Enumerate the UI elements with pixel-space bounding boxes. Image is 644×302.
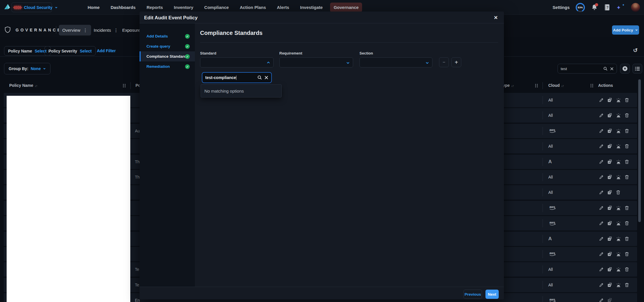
wizard-step[interactable]: Compliance Standards: [140, 51, 195, 61]
delete-icon[interactable]: [624, 144, 629, 149]
download-button[interactable]: [620, 64, 630, 74]
add-policy-button[interactable]: Add Policy: [612, 25, 639, 35]
vertical-scrollbar[interactable]: [638, 79, 641, 222]
edit-icon[interactable]: [599, 221, 604, 226]
delete-icon[interactable]: [624, 128, 629, 134]
alarm-icon[interactable]: [616, 252, 621, 257]
edit-icon[interactable]: [599, 159, 604, 164]
clone-add-icon[interactable]: [607, 190, 613, 195]
delete-icon[interactable]: [624, 236, 629, 241]
clone-add-icon[interactable]: [607, 175, 613, 180]
delete-icon[interactable]: [624, 267, 629, 272]
table-search-input[interactable]: test: [558, 64, 617, 74]
alarm-icon[interactable]: [616, 113, 621, 118]
sort-icon[interactable]: [35, 84, 37, 87]
clone-add-icon[interactable]: [607, 236, 613, 241]
edit-icon[interactable]: [599, 298, 604, 302]
section-select[interactable]: [359, 57, 432, 67]
clear-search-icon[interactable]: [264, 76, 268, 80]
clone-add-icon[interactable]: [607, 267, 613, 272]
tab-overview[interactable]: Overview: [59, 25, 91, 35]
delete-icon[interactable]: [624, 175, 629, 180]
alarm-icon[interactable]: [616, 236, 621, 241]
nav-item[interactable]: Compliance: [201, 3, 232, 12]
alarm-icon[interactable]: [616, 97, 621, 103]
edit-icon[interactable]: [599, 144, 604, 149]
standard-select[interactable]: [200, 57, 274, 67]
nav-item[interactable]: Governance: [330, 3, 362, 12]
delete-icon[interactable]: [624, 205, 629, 211]
column-policy-name[interactable]: Policy Name: [9, 83, 37, 88]
delete-icon[interactable]: [624, 282, 629, 288]
wizard-step[interactable]: Add Details: [140, 31, 195, 41]
column-cloud[interactable]: Cloud: [548, 83, 564, 88]
requirement-select[interactable]: [279, 57, 353, 67]
delete-icon[interactable]: [616, 190, 621, 195]
nav-item[interactable]: Alerts: [273, 3, 293, 12]
drag-handle-icon[interactable]: [535, 84, 538, 88]
standard-search-input[interactable]: test-compliance: [202, 72, 272, 83]
edit-icon[interactable]: [599, 205, 604, 211]
edit-icon[interactable]: [599, 282, 604, 288]
delete-icon[interactable]: [624, 221, 629, 226]
wizard-step[interactable]: Create query: [140, 41, 195, 51]
search-icon[interactable]: [603, 67, 608, 71]
add-filter-link[interactable]: Add Filter: [97, 48, 116, 53]
alarm-icon[interactable]: [616, 221, 621, 226]
group-by-control[interactable]: Group By: None: [4, 63, 50, 74]
edit-icon[interactable]: [599, 175, 604, 180]
clone-add-icon[interactable]: [607, 282, 613, 288]
clone-add-icon[interactable]: [607, 113, 613, 118]
customize-columns-button[interactable]: [632, 64, 642, 74]
clear-search-icon[interactable]: [610, 67, 614, 71]
nav-item[interactable]: Investigate: [297, 3, 326, 12]
previous-button[interactable]: Previous: [464, 290, 482, 299]
clone-add-icon[interactable]: [607, 252, 613, 257]
nav-item[interactable]: Home: [84, 3, 103, 12]
alarm-icon[interactable]: [616, 128, 621, 134]
alarm-icon[interactable]: [616, 282, 621, 288]
edit-icon[interactable]: [599, 97, 604, 103]
remove-standard-button[interactable]: [439, 57, 449, 67]
edit-icon[interactable]: [599, 128, 604, 134]
column-partial-type[interactable]: ype: [503, 83, 514, 88]
clone-add-icon[interactable]: [607, 128, 613, 134]
next-button[interactable]: Next: [485, 290, 499, 299]
delete-icon[interactable]: [624, 252, 629, 257]
product-selector[interactable]: Cloud Security: [12, 3, 52, 12]
delete-icon[interactable]: [624, 159, 629, 164]
alarm-icon[interactable]: [616, 159, 621, 164]
alarm-icon[interactable]: [616, 205, 621, 211]
sort-icon[interactable]: [561, 84, 564, 87]
clone-add-icon[interactable]: [607, 159, 613, 164]
clone-add-icon[interactable]: [607, 205, 613, 211]
delete-icon[interactable]: [624, 113, 629, 118]
nav-item[interactable]: Action Plans: [236, 3, 270, 12]
filter-chip-policy-severity[interactable]: Policy Severity Select: [44, 46, 96, 56]
delete-icon[interactable]: [624, 97, 629, 103]
nav-item[interactable]: Inventory: [170, 3, 197, 12]
brand-logo-icon[interactable]: [3, 3, 11, 12]
clone-add-icon[interactable]: [607, 97, 613, 103]
filter-select-link[interactable]: Select: [80, 49, 92, 53]
alarm-icon[interactable]: [616, 267, 621, 272]
edit-icon[interactable]: [599, 252, 604, 257]
ai-sparkles-icon[interactable]: [616, 3, 625, 12]
clone-add-icon[interactable]: [607, 221, 613, 226]
wizard-step[interactable]: Remediation: [140, 61, 195, 72]
tab-menu-icon[interactable]: [114, 28, 118, 33]
edit-icon[interactable]: [599, 113, 604, 118]
undo-icon[interactable]: [633, 47, 638, 54]
notifications-bell-icon[interactable]: [591, 4, 598, 11]
clone-add-icon[interactable]: [607, 144, 613, 149]
edit-icon[interactable]: [599, 190, 604, 195]
nav-item[interactable]: Dashboards: [107, 3, 139, 12]
help-book-icon[interactable]: ?: [604, 4, 610, 11]
nav-item[interactable]: Reports: [143, 3, 166, 12]
add-standard-button[interactable]: [451, 57, 461, 67]
user-avatar[interactable]: [631, 3, 640, 12]
tab-menu-icon[interactable]: [83, 28, 88, 33]
edit-icon[interactable]: [599, 267, 604, 272]
settings-link[interactable]: Settings: [553, 5, 570, 10]
sort-icon[interactable]: [511, 84, 514, 87]
